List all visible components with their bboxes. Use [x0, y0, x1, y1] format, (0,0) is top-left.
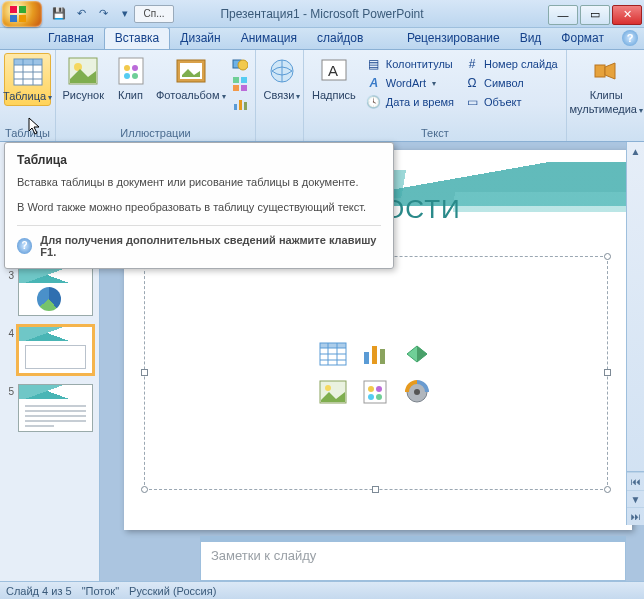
shapes-icon[interactable] [231, 55, 249, 73]
screentip-desc-1: Вставка таблицы в документ или рисование… [17, 175, 381, 190]
insert-table-icon[interactable] [317, 339, 349, 369]
shapes-column [229, 53, 251, 115]
scroll-up-icon[interactable]: ▲ [627, 142, 644, 160]
status-bar: Слайд 4 из 5 "Поток" Русский (Россия) [0, 581, 644, 599]
object-button[interactable]: ▭Объект [460, 93, 562, 111]
notes-pane[interactable]: Заметки к слайду [200, 541, 626, 581]
photoalbum-icon [175, 55, 207, 87]
svg-point-46 [376, 394, 382, 400]
wordart-label: WordArt [386, 77, 426, 89]
thumbnail-row: 3 [6, 268, 93, 316]
tab-format[interactable]: Формат [551, 28, 614, 49]
textbox-button-label: Надпись [312, 89, 356, 101]
quick-access-toolbar: 💾 ↶ ↷ ▾ [50, 5, 134, 23]
table-screentip: Таблица Вставка таблицы в документ или р… [4, 142, 394, 269]
picture-icon [67, 55, 99, 87]
links-button[interactable]: Связи [260, 53, 304, 104]
textbox-button[interactable]: A Надпись [308, 53, 360, 103]
prev-slide-button[interactable]: ⏮ [627, 472, 644, 490]
undo-icon[interactable]: ↶ [72, 5, 90, 23]
content-palette [317, 339, 435, 407]
svg-point-17 [238, 60, 248, 70]
spellcheck-button[interactable]: Сп... [134, 5, 174, 23]
chart-icon[interactable] [231, 95, 249, 113]
save-icon[interactable]: 💾 [50, 5, 68, 23]
media-icon [590, 55, 622, 87]
object-icon: ▭ [464, 94, 480, 110]
status-language[interactable]: Русский (Россия) [129, 585, 216, 597]
media-button-label-1: Клипы [590, 89, 623, 101]
tab-review[interactable]: Рецензирование [397, 28, 510, 49]
insert-media-icon[interactable] [401, 377, 433, 407]
insert-chart-icon[interactable] [359, 339, 391, 369]
help-icon[interactable]: ? [622, 30, 638, 46]
svg-rect-6 [14, 59, 42, 65]
clip-button[interactable]: Клип [109, 53, 153, 103]
thumbnail-number: 3 [6, 268, 14, 281]
window-title: Презентация1 - Microsoft PowerPoint [220, 7, 423, 21]
slide-number-label: Номер слайда [484, 58, 558, 70]
scroll-down-icon[interactable]: ▼ [627, 490, 644, 508]
next-slide-button[interactable]: ⏭ [627, 507, 644, 525]
header-footer-button[interactable]: ▤Колонтитулы [362, 55, 458, 73]
svg-text:A: A [328, 62, 338, 79]
group-text: A Надпись ▤Колонтитулы AWordArt 🕓Дата и … [304, 50, 567, 141]
media-button[interactable]: Клипы мультимедиа [571, 53, 642, 118]
screentip-title: Таблица [17, 153, 381, 167]
wordart-icon: A [366, 75, 382, 91]
tab-animation[interactable]: Анимация [231, 28, 307, 49]
smartart-icon[interactable] [231, 75, 249, 93]
svg-rect-9 [119, 58, 143, 84]
datetime-label: Дата и время [386, 96, 454, 108]
svg-point-41 [325, 385, 331, 391]
tab-insert[interactable]: Вставка [104, 27, 171, 49]
svg-point-44 [376, 386, 382, 392]
insert-smartart-icon[interactable] [401, 339, 433, 369]
clip-button-label: Клип [118, 89, 143, 101]
slide-number-button[interactable]: #Номер слайда [460, 55, 562, 73]
svg-point-48 [414, 389, 420, 395]
photoalbum-button[interactable]: Фотоальбом [155, 53, 228, 104]
scroll-track[interactable] [627, 160, 644, 471]
insert-clipart-icon[interactable] [359, 377, 391, 407]
wordart-button[interactable]: AWordArt [362, 74, 458, 92]
minimize-button[interactable]: — [548, 5, 578, 25]
tab-view[interactable]: Вид [510, 28, 552, 49]
svg-rect-18 [233, 77, 239, 83]
table-button[interactable]: Таблица [4, 53, 51, 106]
ribbon: Таблица Таблицы Рисунок Клип [0, 50, 644, 142]
symbol-button[interactable]: ΩСимвол [460, 74, 562, 92]
vertical-scrollbar[interactable]: ▲ ⏮ ▼ ⏭ [626, 142, 644, 525]
thumbnail-5[interactable] [18, 384, 93, 432]
svg-rect-42 [364, 381, 386, 403]
picture-button[interactable]: Рисунок [60, 53, 107, 103]
group-illustrations-label: Иллюстрации [60, 125, 251, 141]
tab-home[interactable]: Главная [38, 28, 104, 49]
redo-icon[interactable]: ↷ [94, 5, 112, 23]
thumbnail-4[interactable] [18, 326, 93, 374]
ribbon-tabs: Главная Вставка Дизайн Анимация Показ сл… [0, 28, 644, 50]
symbol-icon: Ω [464, 75, 480, 91]
tab-design[interactable]: Дизайн [170, 28, 230, 49]
svg-rect-21 [241, 85, 247, 91]
qat-customize-icon[interactable]: ▾ [116, 5, 134, 23]
table-button-label: Таблица [3, 90, 52, 103]
group-media: Клипы мультимедиа . [567, 50, 644, 141]
svg-rect-29 [595, 65, 605, 77]
picture-button-label: Рисунок [63, 89, 105, 101]
datetime-button[interactable]: 🕓Дата и время [362, 93, 458, 111]
svg-point-13 [132, 73, 138, 79]
office-button[interactable] [2, 1, 42, 27]
insert-picture-icon[interactable] [317, 377, 349, 407]
content-placeholder[interactable] [144, 256, 608, 490]
media-button-label-2: мультимедиа [569, 103, 643, 116]
svg-point-10 [124, 65, 130, 71]
thumbnail-number: 4 [6, 326, 14, 339]
maximize-button[interactable]: ▭ [580, 5, 610, 25]
status-slide-count: Слайд 4 из 5 [6, 585, 72, 597]
table-icon [12, 56, 44, 88]
close-button[interactable]: ✕ [612, 5, 642, 25]
datetime-icon: 🕓 [366, 94, 382, 110]
thumbnail-3[interactable] [18, 268, 93, 316]
photoalbum-button-label: Фотоальбом [156, 89, 226, 102]
